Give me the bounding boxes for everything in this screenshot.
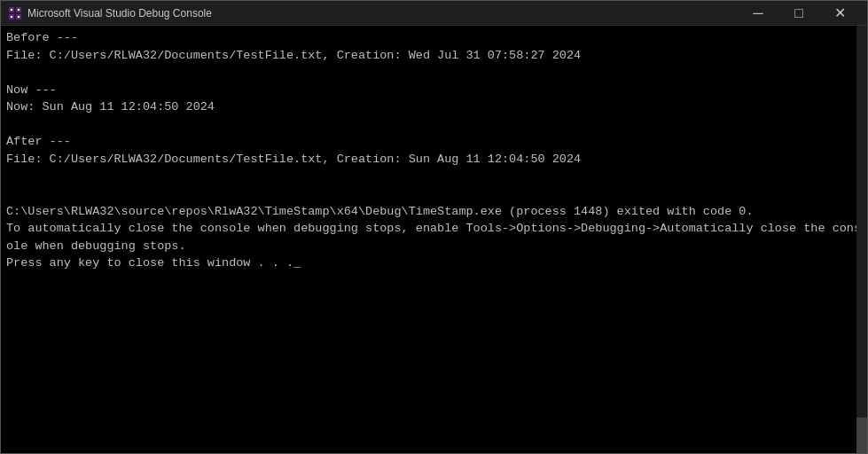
svg-rect-4: [11, 9, 12, 11]
close-button[interactable]: ✕: [819, 1, 860, 26]
app-icon: [8, 6, 22, 20]
scrollbar-thumb[interactable]: [856, 418, 867, 453]
vertical-scrollbar[interactable]: [856, 26, 867, 453]
window-title: Microsoft Visual Studio Debug Console: [27, 7, 738, 20]
window-controls: ─ □ ✕: [738, 1, 860, 26]
maximize-button[interactable]: □: [778, 1, 819, 26]
vs-debug-console-window: Microsoft Visual Studio Debug Console ─ …: [0, 0, 868, 454]
svg-rect-7: [18, 16, 20, 18]
title-bar: Microsoft Visual Studio Debug Console ─ …: [1, 1, 867, 26]
svg-rect-5: [18, 9, 20, 11]
minimize-button[interactable]: ─: [738, 1, 778, 26]
console-text-content: Before --- File: C:/Users/RLWA32/Documen…: [6, 29, 862, 272]
console-output-area: Before --- File: C:/Users/RLWA32/Documen…: [1, 26, 867, 453]
svg-rect-6: [11, 16, 12, 18]
